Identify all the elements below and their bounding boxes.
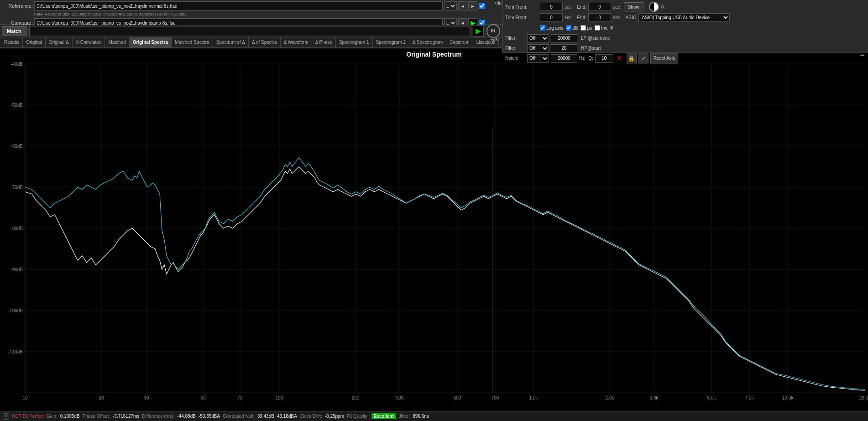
svg-text:-100dB: -100dB [8,308,23,313]
tab-spectrum-of-delta[interactable]: Spectrum of Δ [213,37,249,48]
tab-cepstrum[interactable]: Cepstrum [446,37,473,48]
inv-checkbox-label[interactable]: Inv. Φ [595,25,613,31]
status-jitter-label: Jitter: [399,414,410,419]
inv-checkbox[interactable] [595,25,600,31]
reference-checkbox[interactable] [479,3,485,9]
svg-text:-70dB: -70dB [10,185,23,190]
svg-text:500: 500 [454,395,461,400]
status-gain-val: 0.1005dB [60,414,80,419]
match-button[interactable]: Match [2,26,26,36]
chart-area: Original Spectrum ≡ -40dB -50dB -60dB -7… [0,48,868,411]
filter1-val-input[interactable] [551,34,577,42]
tab-original-spectra[interactable]: Original Spectra [130,37,172,48]
notch-val-input[interactable] [551,54,577,63]
reference-play-btn[interactable]: ► [468,1,477,11]
svg-text:3.0k: 3.0k [650,395,659,400]
db-checkbox-label[interactable]: dB [566,25,578,31]
filter1-label: Filter: [505,36,525,41]
reference-prev-btn[interactable]: ◄ [458,1,467,11]
db-scale-marker: +dB [491,37,498,42]
status-bar: ⚙ NOT Bit Perfect Gain: 0.1005dB Phase O… [0,411,868,421]
filter2-hp-label: HP@start [581,46,601,51]
svg-text:5.0k: 5.0k [707,395,716,400]
status-corr-label: Correlated Null: [223,414,254,419]
svg-text:20: 20 [99,395,104,400]
tab-matched[interactable]: Matched [105,37,129,48]
trim-front2-label: Trim Front: [505,15,538,20]
reference-label: Reference: [2,3,33,9]
filter2-val-input[interactable] [551,44,577,53]
tab-delta-phase[interactable]: Δ Phase [312,37,336,48]
status-phase-label: Phase Offset: [83,414,110,419]
us-checkbox-label[interactable]: μs [580,25,592,31]
svg-text:-40dB: -40dB [10,62,23,67]
green-play-button[interactable]: ▶ [473,26,484,37]
notch-state-select[interactable]: OffOn [527,54,549,63]
tab-delta-of-spectra[interactable]: Δ of Spectra [249,37,281,48]
notch-q-label: Q: [588,56,593,61]
trim-front-label: Trim Front: [505,5,538,10]
tab-spectrogram2[interactable]: Spectrogram 2 [373,37,410,48]
log-axis-checkbox-label[interactable]: Log axis [540,25,563,31]
filter2-label: Filter: [505,46,525,51]
status-diff-val: -44.08dB [177,414,196,419]
db-checkbox[interactable] [566,25,571,31]
reset-axis-button[interactable]: Reset Axis [650,53,678,63]
trim-front-input[interactable] [540,3,563,11]
resize-button[interactable]: ⤢ [638,53,648,63]
trim-front-unit: sec [565,5,572,10]
filter1-lp-label: LP @start/enc [581,36,610,41]
trim-end-unit: sec [613,5,620,10]
brightness-control[interactable] [649,2,659,12]
us-checkbox[interactable] [580,25,586,31]
svg-text:100: 100 [276,395,283,400]
status-fit-label: Fit Quality: [347,414,369,419]
svg-text:70: 70 [237,395,243,400]
tab-original-delta[interactable]: Original Δ [46,37,73,48]
filter2-state-select[interactable]: OffOn [527,44,549,53]
svg-text:-90dB: -90dB [10,267,23,272]
ir-button[interactable]: IR [486,24,500,38]
svg-text:30: 30 [144,395,149,400]
svg-text:50: 50 [200,395,206,400]
tab-delta-spectrogram[interactable]: Δ Spectrogram [409,37,446,48]
reference-channel-select[interactable]: LR [444,1,457,11]
reference-file-input[interactable] [34,1,443,11]
asio-device-select[interactable]: [ASIO] Topping USB Audio Device [638,13,730,21]
lock-button[interactable]: 🔒 [627,53,637,63]
status-corr2-val: 43.18dBA [277,414,297,419]
tab-results[interactable]: Results [1,37,23,48]
tab-delta-waveform[interactable]: Δ Waveform [281,37,312,48]
trim-end2-input[interactable] [588,13,611,21]
a-label: A [661,4,664,10]
status-gain-label: Gain: [47,414,58,419]
match-input[interactable] [29,26,470,36]
svg-text:-80dB: -80dB [10,226,23,231]
svg-text:300: 300 [396,395,404,400]
status-jitter-val: 896.6ns [413,414,429,419]
tab-original[interactable]: Original [23,37,45,48]
show-button[interactable]: Show [624,2,643,11]
svg-text:2.0k: 2.0k [606,395,615,400]
tab-spectrogram1[interactable]: Spectrogram 1 [336,37,373,48]
notch-clear-icon[interactable]: ✕ [616,54,622,63]
log-axis-checkbox[interactable] [540,25,545,31]
svg-text:20.0k: 20.0k [859,395,868,400]
svg-text:200: 200 [352,395,360,400]
status-clock-val: -0.25ppm [325,414,344,419]
svg-text:7.0k: 7.0k [745,395,754,400]
tab-x-correlated[interactable]: X-Correlated [73,37,105,48]
svg-text:700: 700 [492,395,499,400]
status-corr-val: 39.43dB [257,414,274,419]
notch-hz-label: Hz [579,56,585,61]
notch-q-input[interactable] [595,54,613,63]
filter1-state-select[interactable]: OffOn [527,34,549,42]
trim-front2-input[interactable] [540,13,563,21]
status-phase-val: -3.716127ms [113,414,139,419]
tab-matched-spectra[interactable]: Matched Spectra [172,37,213,48]
status-icon: ⚙ [3,413,9,420]
trim-end-input[interactable] [588,3,611,11]
trim-front2-unit: sec [565,15,572,20]
notch-label: Notch: [505,56,525,61]
svg-text:10: 10 [22,395,28,400]
